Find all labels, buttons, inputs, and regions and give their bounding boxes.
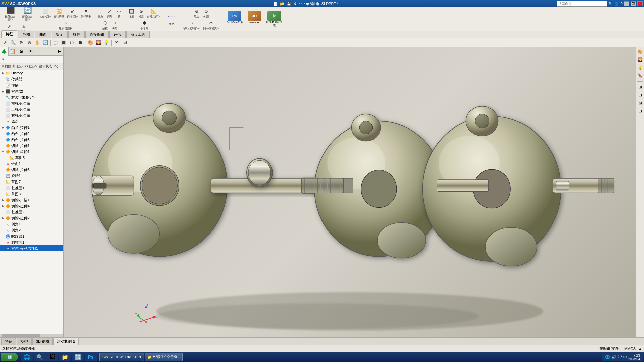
feature-tree-header[interactable]: 单拐曲轴 (默认 <<默认>_显示状态 1>) <box>0 63 63 70</box>
tree-item-cut-gear1[interactable]: ▼ 🔶 切除-齿轮1 <box>0 149 63 155</box>
view-direction-icon[interactable]: ↗ <box>1 39 9 46</box>
tree-item-solids[interactable]: ▶ ⬛ 实体(2) <box>0 88 63 94</box>
view-screen-capture-icon[interactable]: 🖥 <box>121 39 129 46</box>
tree-item-move-copy1[interactable]: ↔ 实体-移动/复制1 <box>0 245 63 251</box>
panel-horizontal-scrollbar[interactable] <box>0 334 63 337</box>
btn-combine[interactable]: ⊕ 组合 <box>192 8 201 19</box>
btn-revolve-cut[interactable]: 🔁 旋转切除 <box>53 8 65 19</box>
btn-rib[interactable]: ▭ 筋 <box>115 8 123 19</box>
btn-delete-body[interactable]: ✂ 删除/保留实体 <box>202 19 220 31</box>
tree-item-front-plane[interactable]: ⬜ 前视基准面 <box>0 100 63 106</box>
undo-icon[interactable]: ↩ <box>299 2 302 6</box>
expand-cut-sweep1[interactable]: ▶ <box>1 198 5 202</box>
tab-sheet-metal[interactable]: 钣金 <box>52 31 68 38</box>
save-icon[interactable]: 💾 <box>287 2 291 6</box>
new-icon[interactable]: 📄 <box>273 2 278 6</box>
btn-feature-name[interactable]: 特 特征名显示注意 <box>264 10 285 28</box>
viewport[interactable]: Z X Y <box>64 47 636 337</box>
expand-solids[interactable]: ▶ <box>1 89 5 94</box>
help-icon[interactable]: ? <box>621 2 623 6</box>
tab-surface[interactable]: 曲面 <box>35 31 51 38</box>
btn-intersect[interactable]: ⊗ 相交 <box>137 8 145 19</box>
btn-extrude-cut[interactable]: ⬜ 拉伸切除 <box>39 8 52 19</box>
btab-feature[interactable]: 特征 <box>1 338 16 345</box>
btn-boss-extrude[interactable]: ⬛ 拉伸凸台/基体 <box>3 7 19 22</box>
right-btn-view1[interactable]: ⊞ <box>637 84 644 90</box>
right-btn-appearance[interactable]: 🎨 <box>637 48 644 55</box>
right-btn-lights[interactable]: 💡 <box>637 64 644 71</box>
tree-item-helix1[interactable]: 🌀 螺旋线1 <box>0 233 63 239</box>
tree-item-sketch5[interactable]: 📐 草图5 <box>0 155 63 161</box>
panel-tab-feature-tree[interactable]: 🌲 <box>0 47 9 56</box>
right-btn-decals[interactable]: 🔖 <box>637 72 644 79</box>
btab-model[interactable]: 模型 <box>17 338 32 345</box>
tree-item-sensors[interactable]: 📡 传感器 <box>0 76 63 82</box>
view-rotate-icon[interactable]: 🔄 <box>42 39 49 46</box>
tree-item-history[interactable]: ▶ 📁 History <box>0 70 63 76</box>
btn-loft-cut[interactable]: ▼ 放样切制 <box>80 8 92 19</box>
tree-item-origin[interactable]: ✦ 原点 <box>0 118 63 124</box>
close-button[interactable]: ✕ <box>637 1 643 6</box>
tab-direct-edit[interactable]: 直接编辑 <box>85 31 109 38</box>
tree-item-cut-sweep1[interactable]: ▶ 🔶 切除-扫描1 <box>0 197 63 203</box>
taskbar-folder-btn[interactable]: 📁 H:\微信公众号\0... <box>145 353 183 361</box>
view-lights-icon[interactable]: 💡 <box>103 39 110 46</box>
expand-cut-loft2[interactable]: ▶ <box>1 216 5 220</box>
panel-tab-property-manager[interactable]: 📋 <box>9 47 17 56</box>
tree-item-material[interactable]: 🔧 材质 <未指定> <box>0 94 63 100</box>
tree-item-cut-loft5[interactable]: 🔶 切除-拉伸5 <box>0 167 63 173</box>
expand-cut-gear1[interactable]: ▼ <box>1 149 5 154</box>
btn-instant3d-toolbar[interactable]: 3D Instant3D <box>246 10 263 28</box>
btn-sweep[interactable]: ↗ 扫描 <box>5 23 14 31</box>
btn-loft[interactable]: 🔺 放样凸台/基体 <box>14 23 33 31</box>
tree-item-cut-loft4[interactable]: ▶ 🔶 切除-拉伸4 <box>0 203 63 209</box>
tree-item-fillet2[interactable]: ◟ 倒角2 <box>0 227 63 233</box>
tree-item-boss-loft1[interactable]: ▶ 🔷 凸台-拉伸1 <box>0 124 63 131</box>
open-icon[interactable]: 📂 <box>280 2 285 6</box>
right-btn-scene[interactable]: 🌄 <box>637 56 644 63</box>
btn-fillet[interactable]: ◟ 圆角 <box>96 8 105 19</box>
btn-boundary-cut[interactable]: ⬦ 边界切割制 <box>58 19 73 31</box>
minimize-button[interactable]: — <box>624 1 629 6</box>
tree-item-revolve1[interactable]: 🔄 旋转1 <box>0 173 63 179</box>
search-input[interactable] <box>557 1 607 7</box>
btn-reference-geom[interactable]: 📐 参考几何体 <box>146 8 161 19</box>
expand-boss-loft1[interactable]: ▶ <box>1 125 5 130</box>
user-icon[interactable]: 👤 <box>614 2 619 6</box>
btn-split[interactable]: ⊘ 分割 <box>202 8 210 19</box>
status-arrow[interactable]: ▲ <box>638 347 642 351</box>
tree-item-cut-loft2[interactable]: ▶ 🔶 切除-拉伸2 <box>0 215 63 221</box>
tree-item-cut-loft1[interactable]: 🔶 切除-拉伸1 <box>0 143 63 149</box>
taskbar-search-icon[interactable]: 🔍 <box>34 353 46 361</box>
tab-render[interactable]: 渲设工具 <box>126 31 150 38</box>
tree-item-plane2[interactable]: ⬜ 基准面2 <box>0 209 63 215</box>
btab-3dview[interactable]: 3D 视图 <box>32 338 53 345</box>
btn-shell[interactable]: □ 抽壳 <box>110 19 119 31</box>
view-zoom-out-icon[interactable]: ⊖ <box>26 39 33 46</box>
taskbar-calc-icon[interactable]: 🔢 <box>72 353 84 361</box>
tree-item-right-plane[interactable]: ⬜ 右视基准面 <box>0 112 63 118</box>
view-scene-icon[interactable]: 🌄 <box>95 39 102 46</box>
right-btn-view2[interactable]: ⊟ <box>637 92 644 98</box>
tree-item-cone1[interactable]: 🔺 圆锥面1 <box>0 239 63 245</box>
right-btn-view3[interactable]: ⊠ <box>637 100 644 106</box>
tree-item-top-plane[interactable]: ⬜ 上视基准面 <box>0 106 63 112</box>
view-hide-show-icon[interactable]: 👁 <box>113 39 120 46</box>
tab-sketch[interactable]: 草图 <box>18 31 34 38</box>
panel-tab-display-manager[interactable]: 👁 <box>26 47 35 56</box>
tab-weld[interactable]: 焊件 <box>68 31 85 38</box>
taskbar-folder-icon[interactable]: 📁 <box>59 353 71 361</box>
tree-item-fillet1[interactable]: ◟ 倒角1 <box>0 221 63 227</box>
btn-sweep-cut[interactable]: ↙ 扫描切除 <box>66 8 79 19</box>
tree-item-plane1[interactable]: ⬜ 基准面1 <box>0 185 63 191</box>
tree-item-sketch8[interactable]: 📐 草图8 <box>0 191 63 197</box>
btab-motion[interactable]: 运动算例 1 <box>53 338 79 345</box>
tab-feature[interactable]: 特征 <box>1 30 17 38</box>
view-appearance-icon[interactable]: 🎨 <box>87 39 94 46</box>
btn-move-copy[interactable]: ↔ 移动/复制实体 <box>182 19 201 31</box>
tree-item-boss-loft2[interactable]: 🔷 凸台-拉伸2 <box>0 131 63 137</box>
btn-chamfer[interactable]: ◸ 倒角 <box>105 8 114 19</box>
view-section-icon[interactable]: ⬚ <box>52 39 59 46</box>
btn-revolve-boss[interactable]: 🔄 旋转凸台/基体 <box>19 7 36 22</box>
tree-item-curve1[interactable]: 🔺 锥向1 <box>0 161 63 167</box>
